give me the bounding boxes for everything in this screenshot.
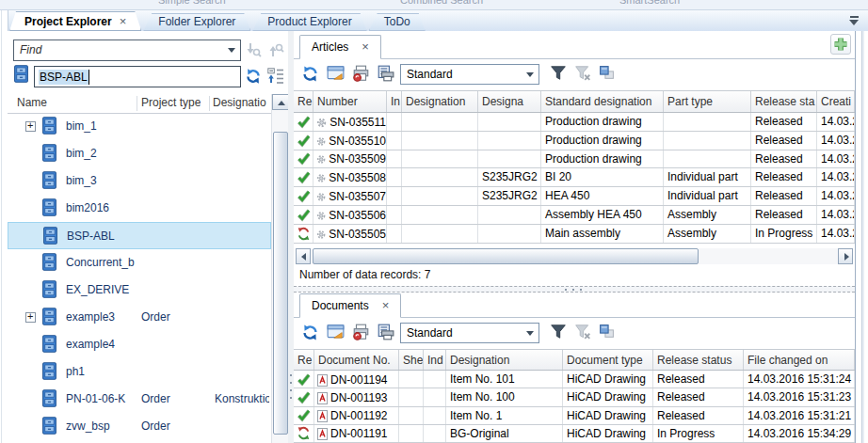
close-icon[interactable]: [120, 15, 127, 28]
column-document-type[interactable]: Document type: [563, 350, 653, 370]
column-release-status[interactable]: Release sta: [751, 91, 817, 112]
article-row[interactable]: SN-035506 Assembly HEA 450 Assembly Rele…: [294, 206, 855, 225]
print-list-button[interactable]: [377, 65, 395, 84]
close-icon[interactable]: [382, 299, 390, 312]
tab-documents[interactable]: Documents: [299, 293, 401, 318]
expand-plus-icon[interactable]: [25, 121, 36, 132]
article-row[interactable]: SN-035509 Production drawing Released 14…: [294, 150, 855, 169]
explorer-tab[interactable]: Project Explorer: [9, 11, 141, 31]
tab-articles[interactable]: Articles: [299, 35, 381, 59]
filter-button[interactable]: [550, 324, 569, 342]
tree-row[interactable]: EX_DERIVE: [8, 277, 271, 304]
tree-row[interactable]: ph1: [8, 358, 271, 386]
tree-row[interactable]: example3 Order: [8, 304, 271, 331]
column-release[interactable]: Re: [294, 350, 314, 370]
column-document-no[interactable]: Document No.: [314, 350, 399, 370]
project-name: zvw_bsp: [66, 419, 110, 433]
tree-row[interactable]: bim_2: [8, 140, 271, 167]
tree-vertical-scrollbar[interactable]: [271, 94, 288, 443]
explorer-tab[interactable]: Product Explorer: [252, 13, 366, 31]
view-select[interactable]: Standard: [400, 64, 539, 85]
add-button[interactable]: [830, 34, 851, 55]
hicad-drawing-icon: [317, 392, 328, 404]
column-release-status[interactable]: Release status: [653, 350, 744, 370]
horizontal-splitter[interactable]: [294, 286, 855, 293]
document-row[interactable]: DN-001194 Item No. 101 HiCAD Drawing Rel…: [294, 371, 855, 388]
column-designation[interactable]: Designation: [446, 350, 563, 370]
tree-header[interactable]: Name Project type Designatio: [8, 94, 271, 114]
expand-plus-icon[interactable]: [25, 312, 36, 323]
search-down-icon[interactable]: [245, 41, 264, 60]
explorer-tab[interactable]: ToDo: [369, 13, 426, 31]
creation-date-cell: 14.03.2: [817, 168, 855, 186]
tab-overflow-icon[interactable]: [849, 16, 860, 25]
column-index[interactable]: In: [387, 91, 402, 112]
index-cell: [387, 168, 402, 186]
tree-column-project-type[interactable]: Project type: [141, 96, 201, 109]
scroll-thumb[interactable]: [273, 132, 288, 435]
tree-row[interactable]: bim2016: [8, 195, 271, 222]
clear-filter-button[interactable]: [574, 65, 593, 84]
search-input[interactable]: BSP-ABL: [34, 66, 241, 87]
scroll-right-button[interactable]: [838, 248, 853, 264]
collapse-list-icon[interactable]: [267, 68, 286, 87]
tree-row[interactable]: bim_1: [8, 113, 271, 140]
part-type-cell: Individual part: [664, 187, 751, 205]
filter-button[interactable]: [550, 65, 569, 84]
find-combobox[interactable]: Find: [13, 40, 241, 61]
article-row[interactable]: SN-035505 Main assembly Assembly In Prog…: [294, 225, 855, 244]
view-select-value: Standard: [407, 324, 453, 342]
refresh-button[interactable]: [301, 324, 320, 342]
scroll-left-button[interactable]: [296, 248, 311, 264]
column-index[interactable]: Ind: [424, 350, 446, 370]
column-standard-designation[interactable]: Standard designation: [541, 91, 664, 112]
clear-filter-button[interactable]: [574, 324, 593, 342]
column-creation[interactable]: Creati: [817, 91, 855, 112]
print-button[interactable]: [352, 324, 371, 342]
article-row[interactable]: SN-035511 Production drawing Released 14…: [294, 113, 855, 132]
link-button[interactable]: [599, 324, 618, 342]
refresh-button[interactable]: [301, 65, 320, 84]
scroll-up-button[interactable]: [272, 94, 289, 110]
column-release[interactable]: Re: [294, 91, 313, 112]
tree-row[interactable]: PN-01-06-K Order Konstruktio: [8, 386, 271, 413]
article-row[interactable]: SN-035510 Production drawing Released 14…: [294, 132, 855, 150]
tree-row[interactable]: zvw_bsp Order: [8, 413, 271, 440]
refresh-icon[interactable]: [245, 68, 264, 87]
tab-label: Folder Explorer: [158, 15, 235, 28]
article-row[interactable]: SN-035507 S235JRG2 HEA 450 Individual pa…: [294, 187, 855, 206]
project-cabinet-icon: [41, 417, 57, 435]
print-button[interactable]: [352, 65, 371, 84]
tree-row[interactable]: example4: [8, 331, 271, 358]
tree-row[interactable]: BSP-ABL: [8, 222, 271, 249]
scroll-thumb[interactable]: [313, 248, 699, 264]
article-number-cell: SN-035505: [313, 225, 387, 243]
column-sheet[interactable]: She: [399, 350, 424, 370]
column-designation2[interactable]: Designa: [478, 91, 541, 112]
document-row[interactable]: DN-001191 BG-Original HiCAD Drawing In P…: [294, 425, 855, 443]
articles-horizontal-scrollbar[interactable]: [296, 248, 853, 264]
column-file-changed[interactable]: File changed on: [744, 350, 855, 370]
tree-column-designation[interactable]: Designatio: [213, 96, 269, 109]
column-designation[interactable]: Designation: [402, 91, 478, 112]
ribbon-simple-search: Simple Search: [158, 0, 226, 6]
document-row[interactable]: DN-001192 Item No. 1 HiCAD Drawing Relea…: [294, 407, 855, 425]
result-list-button[interactable]: [327, 65, 346, 84]
document-row[interactable]: DN-001193 Item No. 100 HiCAD Drawing Rel…: [294, 388, 855, 406]
index-cell: [387, 187, 402, 205]
column-part-type[interactable]: Part type: [664, 91, 751, 112]
tree-row[interactable]: bim_3: [8, 167, 271, 195]
print-list-button[interactable]: [377, 324, 395, 342]
tree-row[interactable]: Concurrent_b: [8, 249, 271, 277]
column-number[interactable]: Number: [313, 91, 387, 112]
search-up-icon[interactable]: [267, 41, 286, 60]
link-button[interactable]: [599, 65, 618, 84]
released-check-icon: [297, 189, 311, 203]
result-list-button[interactable]: [327, 324, 346, 342]
documents-toolbar: Standard: [294, 317, 855, 349]
article-row[interactable]: SN-035508 S235JRG2 BI 20 Individual part…: [294, 168, 855, 187]
close-icon[interactable]: [362, 40, 369, 54]
view-select[interactable]: Standard: [400, 323, 539, 343]
explorer-tab[interactable]: Folder Explorer: [143, 13, 250, 31]
tree-column-name[interactable]: Name: [17, 96, 47, 109]
